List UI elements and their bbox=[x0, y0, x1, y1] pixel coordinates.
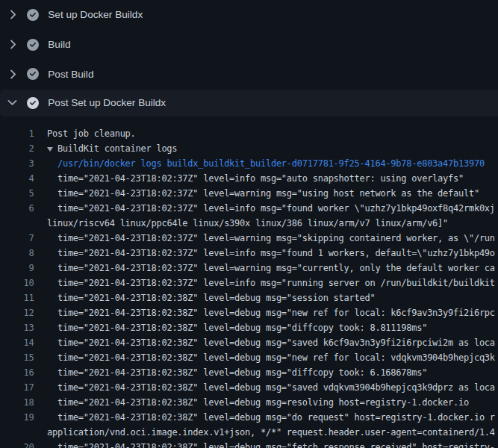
log-line-continuation: application/vnd.oci.image.index.v1+json,… bbox=[0, 425, 498, 440]
line-number[interactable]: 9 bbox=[0, 261, 34, 276]
line-number[interactable]: 16 bbox=[0, 365, 34, 380]
log-text: time="2021-04-23T18:02:37Z" level=warnin… bbox=[47, 186, 479, 201]
step-row-post-set-up-docker-buildx[interactable]: Post Set up Docker Buildx bbox=[0, 90, 498, 116]
log-text: time="2021-04-23T18:02:38Z" level=debug … bbox=[47, 320, 427, 335]
log-text: time="2021-04-23T18:02:37Z" level=info m… bbox=[47, 201, 495, 216]
log-line-20: 20 time="2021-04-23T18:02:38Z" level=deb… bbox=[0, 440, 498, 448]
log-line-6: 6 time="2021-04-23T18:02:37Z" level=info… bbox=[0, 201, 498, 216]
log-line-16: 16 time="2021-04-23T18:02:38Z" level=deb… bbox=[0, 365, 498, 380]
line-number[interactable]: 3 bbox=[0, 156, 34, 171]
log-line-2: 2BuildKit container logs bbox=[0, 141, 498, 156]
log-text: linux/riscv64 linux/ppc64le linux/s390x … bbox=[47, 216, 448, 231]
log-text: time="2021-04-23T18:02:37Z" level=info m… bbox=[47, 171, 464, 186]
step-label: Post Build bbox=[48, 69, 93, 80]
line-number[interactable]: 6 bbox=[0, 201, 34, 216]
log-line-5: 5 time="2021-04-23T18:02:37Z" level=warn… bbox=[0, 186, 498, 201]
line-number bbox=[0, 216, 34, 231]
chevron-right-icon bbox=[5, 67, 19, 81]
check-circle-icon bbox=[27, 9, 39, 21]
log-text: time="2021-04-23T18:02:37Z" level=info m… bbox=[47, 246, 495, 261]
log-text: time="2021-04-23T18:02:38Z" level=debug … bbox=[47, 305, 495, 320]
line-number[interactable]: 19 bbox=[0, 410, 34, 425]
log-line-1: 1Post job cleanup. bbox=[0, 126, 498, 141]
log-text: time="2021-04-23T18:02:38Z" level=debug … bbox=[47, 335, 495, 350]
log-text: time="2021-04-23T18:02:38Z" level=debug … bbox=[47, 290, 375, 305]
log-text: time="2021-04-23T18:02:37Z" level=warnin… bbox=[47, 231, 495, 246]
line-number[interactable]: 1 bbox=[0, 126, 34, 141]
chevron-right-icon bbox=[5, 37, 19, 52]
check-circle-icon bbox=[27, 68, 39, 80]
step-row-set-up-docker-buildx[interactable]: Set up Docker Buildx bbox=[0, 0, 498, 30]
check-circle-icon bbox=[27, 39, 39, 51]
actions-log-viewer: Set up Docker BuildxBuildPost BuildPost … bbox=[0, 0, 498, 448]
line-number[interactable]: 4 bbox=[0, 171, 34, 186]
line-number bbox=[0, 425, 34, 440]
log-line-7: 7 time="2021-04-23T18:02:37Z" level=warn… bbox=[0, 231, 498, 246]
line-number[interactable]: 15 bbox=[0, 350, 34, 365]
line-number[interactable]: 18 bbox=[0, 395, 34, 410]
triangle-down-icon[interactable] bbox=[47, 147, 53, 152]
line-number[interactable]: 17 bbox=[0, 380, 34, 395]
log-line-4: 4 time="2021-04-23T18:02:37Z" level=info… bbox=[0, 171, 498, 186]
step-row-build[interactable]: Build bbox=[0, 30, 498, 60]
log-text: time="2021-04-23T18:02:38Z" level=debug … bbox=[47, 380, 495, 395]
log-line-19: 19 time="2021-04-23T18:02:38Z" level=deb… bbox=[0, 410, 498, 425]
step-label: Set up Docker Buildx bbox=[48, 9, 143, 20]
log-text: time="2021-04-23T18:02:38Z" level=debug … bbox=[47, 440, 495, 448]
log-line-10: 10 time="2021-04-23T18:02:37Z" level=inf… bbox=[0, 276, 498, 290]
log-text: time="2021-04-23T18:02:38Z" level=debug … bbox=[47, 365, 427, 380]
step-label: Build bbox=[48, 39, 70, 50]
log-line-18: 18 time="2021-04-23T18:02:38Z" level=deb… bbox=[0, 395, 498, 410]
step-list: Set up Docker BuildxBuildPost BuildPost … bbox=[0, 0, 498, 116]
log-text: time="2021-04-23T18:02:37Z" level=info m… bbox=[47, 276, 495, 290]
line-number[interactable]: 5 bbox=[0, 186, 34, 201]
line-number[interactable]: 8 bbox=[0, 246, 34, 261]
log-area: 1Post job cleanup.2BuildKit container lo… bbox=[0, 116, 498, 448]
log-line-8: 8 time="2021-04-23T18:02:37Z" level=info… bbox=[0, 246, 498, 261]
line-number[interactable]: 7 bbox=[0, 231, 34, 246]
log-group-label: BuildKit container logs bbox=[57, 143, 177, 154]
log-line-continuation: linux/riscv64 linux/ppc64le linux/s390x … bbox=[0, 216, 498, 231]
log-line-12: 12 time="2021-04-23T18:02:38Z" level=deb… bbox=[0, 305, 498, 320]
log-group-title[interactable]: BuildKit container logs bbox=[47, 141, 177, 156]
line-number[interactable]: 10 bbox=[0, 276, 34, 290]
chevron-down-icon bbox=[5, 96, 19, 110]
step-row-post-build[interactable]: Post Build bbox=[0, 60, 498, 90]
log-text: time="2021-04-23T18:02:38Z" level=debug … bbox=[47, 395, 469, 410]
log-line-11: 11 time="2021-04-23T18:02:38Z" level=deb… bbox=[0, 290, 498, 305]
log-line-3: 3 /usr/bin/docker logs buildx_buildkit_b… bbox=[0, 156, 498, 171]
log-text: time="2021-04-23T18:02:37Z" level=warnin… bbox=[47, 261, 495, 276]
log-command-link[interactable]: /usr/bin/docker logs buildx_buildkit_bui… bbox=[47, 156, 485, 171]
log-line-15: 15 time="2021-04-23T18:02:38Z" level=deb… bbox=[0, 350, 498, 365]
log-text: time="2021-04-23T18:02:38Z" level=debug … bbox=[47, 410, 495, 425]
log-line-13: 13 time="2021-04-23T18:02:38Z" level=deb… bbox=[0, 320, 498, 335]
check-circle-icon bbox=[27, 97, 39, 109]
log-line-17: 17 time="2021-04-23T18:02:38Z" level=deb… bbox=[0, 380, 498, 395]
log-text: time="2021-04-23T18:02:38Z" level=debug … bbox=[47, 350, 495, 365]
log-line-14: 14 time="2021-04-23T18:02:38Z" level=deb… bbox=[0, 335, 498, 350]
line-number[interactable]: 13 bbox=[0, 320, 34, 335]
log-text: Post job cleanup. bbox=[47, 126, 136, 141]
log-line-9: 9 time="2021-04-23T18:02:37Z" level=warn… bbox=[0, 261, 498, 276]
line-number[interactable]: 14 bbox=[0, 335, 34, 350]
line-number[interactable]: 11 bbox=[0, 290, 34, 305]
chevron-right-icon bbox=[5, 7, 19, 22]
line-number[interactable]: 20 bbox=[0, 440, 34, 448]
step-label: Post Set up Docker Buildx bbox=[48, 97, 166, 108]
line-number[interactable]: 12 bbox=[0, 305, 34, 320]
log-text: application/vnd.oci.image.index.v1+json,… bbox=[47, 425, 495, 440]
line-number[interactable]: 2 bbox=[0, 141, 34, 156]
